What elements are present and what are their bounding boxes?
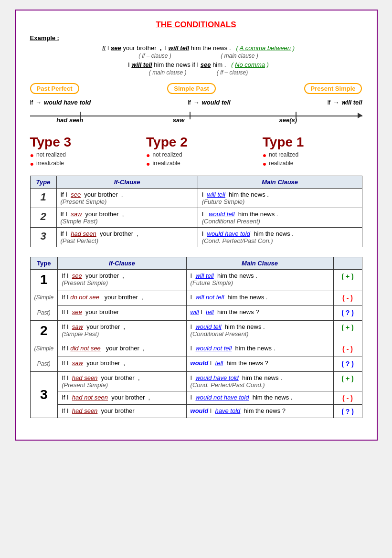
tick2 bbox=[190, 112, 191, 119]
type1-label: Type 1 bbox=[263, 135, 362, 150]
type3-bullet2: ●irrealizable bbox=[30, 160, 130, 168]
main-title: THE CONDITIONALS bbox=[30, 20, 362, 30]
present-simple-badge: Present Simple bbox=[304, 83, 362, 94]
table2-main-1b: I will not tell him the news . bbox=[186, 291, 333, 306]
table2-type-2: 2(Simple Past) bbox=[30, 321, 58, 372]
arrow-symbol-3: → bbox=[35, 99, 42, 106]
example-label: Example : bbox=[30, 34, 362, 42]
type2-bullet1: ●not realized bbox=[146, 151, 246, 159]
table2-badge-3c: ( ? ) bbox=[333, 405, 362, 418]
table2-main-2b: I would not tell him the news . bbox=[186, 342, 333, 357]
types-row: Type 3 ●not realized ●irrealizable Type … bbox=[30, 135, 362, 168]
table2-if-2c: If I saw your brother , bbox=[58, 357, 186, 372]
type1-arrow: if → will tell bbox=[328, 99, 362, 106]
page: THE CONDITIONALS Example : If I see your… bbox=[15, 10, 378, 441]
type3-bullet1: ●not realized bbox=[30, 151, 130, 159]
arrow-symbol-2: → bbox=[193, 99, 200, 106]
table1-main-2: I would tell him the news . (Conditional… bbox=[198, 208, 362, 228]
table2-row-1b: If I do not see your brother , I will no… bbox=[30, 291, 362, 306]
table2-header-badge bbox=[333, 257, 362, 270]
type1-bullet2: ●realizable bbox=[263, 160, 362, 168]
type2-result: would tell bbox=[202, 99, 231, 106]
table1-type-1: 1 bbox=[30, 189, 56, 208]
table2-badge-1b: ( - ) bbox=[333, 291, 362, 306]
table2-header-main: Main Clause bbox=[186, 257, 333, 270]
table1-header-main: Main Clause bbox=[198, 176, 362, 189]
table2-row-2c: If I saw your brother , would I tell him… bbox=[30, 357, 362, 372]
if-label-1: if bbox=[328, 99, 331, 106]
table1-main-1: I will tell him the news . (Future Simpl… bbox=[198, 189, 362, 208]
table2-main-2c: would I tell him the news ? bbox=[186, 357, 333, 372]
type2-bullet2: ●irrealizable bbox=[146, 160, 246, 168]
table2-badge-1c: ( ? ) bbox=[333, 306, 362, 321]
example-line-1: If I see your brother , I will tell him … bbox=[35, 44, 362, 52]
table1-main-3: I would have told him the news . (Cond. … bbox=[198, 228, 362, 247]
example-sublabels-1: ( if – clause ) ( main clause ) bbox=[35, 53, 362, 59]
timeline-arrow bbox=[358, 113, 362, 118]
table1-header-type: Type bbox=[30, 176, 56, 189]
sees-label: see(s) bbox=[279, 116, 297, 124]
timeline-container: had seen saw see(s) bbox=[30, 108, 362, 123]
example-section: If I see your brother , I will tell him … bbox=[35, 44, 362, 76]
had-seen-label: had seen bbox=[56, 116, 83, 124]
arrow-symbol-1: → bbox=[333, 99, 339, 106]
type1-bullet1: ●not realized bbox=[263, 151, 362, 159]
type-labels-row: Past Perfect Simple Past Present Simple bbox=[30, 83, 362, 94]
table1-type-2: 2 bbox=[30, 208, 56, 228]
table2-row-1c: If I see your brother will I tell him th… bbox=[30, 306, 362, 321]
table1: Type If-Clause Main Clause 1 If I see yo… bbox=[30, 176, 362, 247]
type3-block: Type 3 ●not realized ●irrealizable bbox=[30, 135, 130, 168]
arrow-row: if → would have told if → would tell if … bbox=[30, 99, 362, 106]
table2-row-3b: If I had not seen your brother , I would… bbox=[30, 391, 362, 405]
example-line-2: I will tell him the news if I see him . … bbox=[35, 61, 362, 68]
table2-header-type: Type bbox=[30, 257, 58, 270]
table2-badge-2b: ( - ) bbox=[333, 342, 362, 357]
table2-if-1b: If I do not see your brother , bbox=[58, 291, 186, 306]
table2-badge-3a: ( + ) bbox=[333, 372, 362, 391]
if-label-2: if bbox=[188, 99, 191, 106]
table1-header-if: If-Clause bbox=[56, 176, 198, 189]
type2-block: Type 2 ●not realized ●irrealizable bbox=[146, 135, 246, 168]
table2-main-2a: I would tell him the news . (Conditional… bbox=[186, 321, 333, 342]
if-label-3: if bbox=[30, 99, 33, 106]
table2-type-3: 3 bbox=[30, 372, 58, 418]
table2-type-1: 1(Simple Past) bbox=[30, 270, 58, 321]
saw-label: saw bbox=[173, 116, 185, 124]
table2-main-1c: will I tell him the news ? bbox=[186, 306, 333, 321]
table2-if-1a: If I see your brother , (Present Simple) bbox=[58, 270, 186, 291]
table2-badge-2a: ( + ) bbox=[333, 321, 362, 342]
table1-if-1: If I see your brother , (Present Simple) bbox=[56, 189, 198, 208]
type3-label: Type 3 bbox=[30, 135, 130, 150]
table2-header-if: If-Clause bbox=[58, 257, 186, 270]
type1-block: Type 1 ●not realized ●realizable bbox=[263, 135, 362, 168]
table2-if-1c: If I see your brother bbox=[58, 306, 186, 321]
table2-badge-3b: ( - ) bbox=[333, 391, 362, 405]
table2-section: Type If-Clause Main Clause 1(Simple Past… bbox=[30, 257, 362, 418]
table1-type-3: 3 bbox=[30, 228, 56, 247]
table1-if-2: If I saw your brother , (Simple Past) bbox=[56, 208, 198, 228]
table2-row-2a: 2(Simple Past) If I saw your brother , (… bbox=[30, 321, 362, 342]
type3-arrow: if → would have told bbox=[30, 99, 91, 106]
table1-section: Type If-Clause Main Clause 1 If I see yo… bbox=[30, 176, 362, 247]
table2-main-3c: would I have told him the news ? bbox=[186, 405, 333, 418]
table2-badge-2c: ( ? ) bbox=[333, 357, 362, 372]
table2-badge-1a: ( + ) bbox=[333, 270, 362, 291]
table2-main-3b: I would not have told him the news . bbox=[186, 391, 333, 405]
table2-if-3b: If I had not seen your brother , bbox=[58, 391, 186, 405]
type2-label: Type 2 bbox=[146, 135, 246, 150]
table2: Type If-Clause Main Clause 1(Simple Past… bbox=[30, 257, 362, 418]
table1-if-3: If I had seen your brother , (Past Perfe… bbox=[56, 228, 198, 247]
type3-result: would have told bbox=[44, 99, 91, 106]
table2-row-1a: 1(Simple Past) If I see your brother , (… bbox=[30, 270, 362, 291]
simple-past-badge: Simple Past bbox=[167, 83, 216, 94]
type1-result: will tell bbox=[341, 99, 362, 106]
table2-if-2b: If I did not see your brother , bbox=[58, 342, 186, 357]
table2-row-3c: If I had seen your brother would I have … bbox=[30, 405, 362, 418]
table2-if-3c: If I had seen your brother bbox=[58, 405, 186, 418]
table2-row-3a: 3 If I had seen your brother , (Present … bbox=[30, 372, 362, 391]
type2-arrow: if → would tell bbox=[188, 99, 230, 106]
table2-if-3a: If I had seen your brother , (Present Si… bbox=[58, 372, 186, 391]
past-perfect-badge: Past Perfect bbox=[30, 83, 79, 94]
table1-row-3: 3 If I had seen your brother , (Past Per… bbox=[30, 228, 362, 247]
table2-row-2b: If I did not see your brother , I would … bbox=[30, 342, 362, 357]
